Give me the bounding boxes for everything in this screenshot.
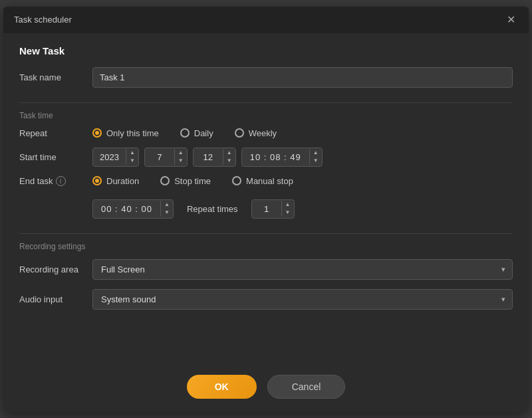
repeat-radio-weekly: [235, 128, 244, 138]
duration-spinner: 00 : 40 : 00 ▲ ▼: [92, 199, 174, 219]
recording-area-label: Recording area: [19, 264, 92, 274]
repeat-label: Repeat: [19, 128, 92, 138]
year-arrows: ▲ ▼: [126, 149, 138, 165]
end-task-radio-manual-stop: [232, 176, 241, 185]
year-value: 2023: [93, 148, 126, 166]
recording-area-row: Recording area Full Screen ▾: [19, 259, 513, 280]
recording-area-value: Full Screen: [101, 264, 145, 274]
close-button[interactable]: ✕: [504, 13, 518, 27]
repeat-times-spinner: 1 ▲ ▼: [251, 199, 295, 219]
end-task-radio-duration: [92, 176, 102, 185]
dialog-footer: OK Cancel: [3, 367, 529, 412]
end-task-manual-stop[interactable]: Manual stop: [232, 176, 293, 186]
recording-area-chevron-icon: ▾: [501, 265, 505, 274]
day-spinner: 12 ▲ ▼: [193, 148, 236, 167]
repeat-daily-label: Daily: [194, 128, 213, 138]
duration-value: 00 : 40 : 00: [93, 200, 160, 218]
end-task-stop-time[interactable]: Stop time: [160, 176, 211, 186]
repeat-only-this-time-label: Only this time: [106, 128, 159, 138]
repeat-times-down-button[interactable]: ▼: [282, 209, 294, 217]
repeat-weekly-label: Weekly: [249, 128, 277, 138]
dialog-title: Task scheduler: [14, 15, 72, 25]
duration-down-button[interactable]: ▼: [161, 209, 173, 217]
month-value: 7: [145, 148, 174, 166]
new-task-heading: New Task: [19, 45, 513, 56]
end-task-duration[interactable]: Duration: [92, 176, 139, 186]
task-name-input[interactable]: [92, 67, 513, 88]
end-task-label: End task i: [19, 176, 92, 186]
task-scheduler-dialog: Task scheduler ✕ New Task Task name Task…: [3, 7, 529, 412]
start-time-spinners: 2023 ▲ ▼ 7 ▲ ▼ 12: [92, 148, 513, 167]
titlebar: Task scheduler ✕: [3, 7, 529, 33]
dialog-body: New Task Task name Task time Repeat Only…: [3, 33, 529, 367]
repeat-daily[interactable]: Daily: [180, 128, 213, 138]
recording-settings-section-label: Recording settings: [19, 242, 513, 251]
end-task-radio-group: Duration Stop time Manual stop: [92, 176, 513, 186]
ok-button[interactable]: OK: [187, 375, 257, 399]
duration-row: 00 : 40 : 00 ▲ ▼ Repeat times 1 ▲ ▼: [92, 199, 513, 219]
time-spinner: 10 : 08 : 49 ▲ ▼: [241, 148, 323, 167]
start-time-label: Start time: [19, 152, 92, 162]
repeat-times-value: 1: [252, 200, 281, 218]
repeat-times-arrows: ▲ ▼: [281, 201, 294, 217]
duration-arrows: ▲ ▼: [160, 201, 173, 217]
start-time-row: Start time 2023 ▲ ▼ 7 ▲ ▼: [19, 148, 513, 167]
task-time-section-label: Task time: [19, 111, 513, 120]
repeat-row: Repeat Only this time Daily Weekly: [19, 128, 513, 138]
cancel-button[interactable]: Cancel: [267, 375, 346, 399]
end-task-radio-stop-time: [160, 176, 170, 185]
month-spinner: 7 ▲ ▼: [144, 148, 188, 167]
end-task-info-icon: i: [56, 176, 66, 186]
repeat-radio-daily: [180, 128, 190, 138]
day-value: 12: [194, 148, 223, 166]
time-value: 10 : 08 : 49: [242, 148, 309, 166]
time-down-button[interactable]: ▼: [310, 157, 322, 165]
day-down-button[interactable]: ▼: [223, 157, 235, 165]
month-down-button[interactable]: ▼: [175, 157, 187, 165]
year-up-button[interactable]: ▲: [126, 149, 138, 157]
end-task-stop-time-label: Stop time: [174, 176, 211, 186]
divider-1: [19, 102, 513, 103]
time-arrows: ▲ ▼: [309, 149, 322, 165]
day-up-button[interactable]: ▲: [223, 149, 235, 157]
repeat-only-this-time[interactable]: Only this time: [92, 128, 159, 138]
audio-input-select[interactable]: System sound ▾: [92, 289, 513, 310]
divider-2: [19, 233, 513, 234]
end-task-row: End task i Duration Stop time Manual sto…: [19, 176, 513, 186]
repeat-radio-only-this-time: [92, 128, 102, 138]
audio-input-chevron-icon: ▾: [501, 295, 505, 304]
repeat-times-up-button[interactable]: ▲: [282, 201, 294, 209]
year-spinner: 2023 ▲ ▼: [92, 148, 139, 167]
time-up-button[interactable]: ▲: [310, 149, 322, 157]
audio-input-value: System sound: [101, 294, 156, 304]
duration-up-button[interactable]: ▲: [161, 201, 173, 209]
audio-input-row: Audio input System sound ▾: [19, 289, 513, 310]
repeat-radio-group: Only this time Daily Weekly: [92, 128, 513, 138]
recording-area-select[interactable]: Full Screen ▾: [92, 259, 513, 280]
repeat-weekly[interactable]: Weekly: [235, 128, 277, 138]
task-name-label: Task name: [19, 72, 92, 82]
repeat-times-label: Repeat times: [187, 204, 238, 214]
month-arrows: ▲ ▼: [174, 149, 187, 165]
task-name-row: Task name: [19, 67, 513, 88]
year-down-button[interactable]: ▼: [126, 157, 138, 165]
month-up-button[interactable]: ▲: [175, 149, 187, 157]
audio-input-label: Audio input: [19, 294, 92, 304]
end-task-duration-label: Duration: [106, 176, 139, 186]
day-arrows: ▲ ▼: [223, 149, 235, 165]
end-task-manual-stop-label: Manual stop: [246, 176, 293, 186]
